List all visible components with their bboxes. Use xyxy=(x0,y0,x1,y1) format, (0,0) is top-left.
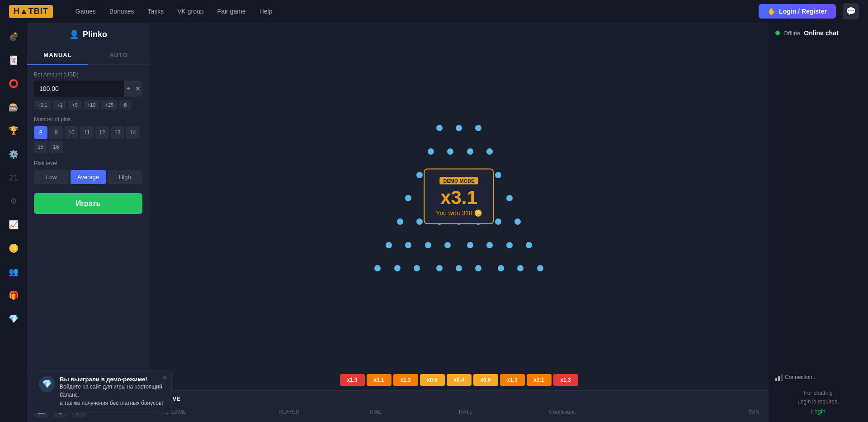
main-container: 💣 🃏 ⭕ 🎰 🏆 ⚙️ 21 ⚙ 📈 🪙 👥 🎁 💎 👤 Plinko MAN… xyxy=(0,23,868,422)
login-register-button[interactable]: 🖐️ Login / Register xyxy=(759,4,836,19)
tab-manual[interactable]: MANUAL xyxy=(27,46,88,65)
demo-multiplier: x3.1 xyxy=(436,188,481,207)
tab-container: MANUAL AUTO xyxy=(27,46,149,65)
quick-btn-10[interactable]: +10 xyxy=(84,100,99,109)
pin-9[interactable]: 9 xyxy=(49,126,63,139)
chat-button[interactable]: 💬 xyxy=(843,3,859,19)
risk-btns: Low Average High xyxy=(34,170,142,184)
sidebar-icon-group[interactable]: 👥 xyxy=(6,265,21,279)
sidebar-icon-coin[interactable]: 🪙 xyxy=(6,241,21,256)
sidebar-icon-trophy[interactable]: 🏆 xyxy=(6,123,21,138)
chat-bubble-icon: 💬 xyxy=(846,6,856,16)
quick-btn-25[interactable]: +25 xyxy=(101,100,117,109)
quick-btns: +0.1 +1 +5 +10 +25 🗑 xyxy=(34,100,142,109)
connection-bars-icon xyxy=(775,374,783,381)
mult-box-2: x1.3 xyxy=(393,374,418,386)
connection-text: Connection... xyxy=(785,374,817,380)
mult-box-8: x1.3 xyxy=(553,374,578,386)
risk-high[interactable]: High xyxy=(108,170,142,184)
chat-login-hint: For chatting xyxy=(775,390,861,396)
sidebar-icon-gift[interactable]: 🎁 xyxy=(6,288,21,303)
col-rate-header: RATE xyxy=(459,409,549,415)
play-button[interactable]: Играть xyxy=(34,193,142,214)
toast-content: Вы выиграли в демо-режиме! Войдите на са… xyxy=(60,376,165,407)
toast-close-button[interactable]: ✕ xyxy=(162,374,168,381)
sidebar-icon-slots[interactable]: 🎰 xyxy=(6,100,21,114)
mult-box-7: x3.1 xyxy=(527,374,552,386)
sidebar-icon-chart[interactable]: 📈 xyxy=(6,218,21,232)
pin-16[interactable]: 16 xyxy=(49,141,63,153)
game-title: 👤 Plinko xyxy=(27,23,149,46)
risk-label: Risk level xyxy=(34,160,142,166)
risk-low[interactable]: Low xyxy=(34,170,69,184)
chat-header: Offline Online chat xyxy=(775,29,861,37)
online-dot xyxy=(775,31,780,35)
nav-right: 🖐️ Login / Register 💬 xyxy=(759,3,859,19)
pin-15[interactable]: 15 xyxy=(34,141,47,153)
live-header: LIVE xyxy=(158,395,760,402)
quick-btn-01[interactable]: +0.1 xyxy=(34,100,51,109)
mult-box-5: x0.6 xyxy=(473,374,498,386)
toast-title: Вы выиграли в демо-режиме! xyxy=(60,376,165,383)
game-area: DEMO MODE x3.1 You won 310 🪙 xyxy=(149,23,769,422)
sidebar-icon-21[interactable]: 21 xyxy=(6,171,21,185)
offline-label: Offline xyxy=(783,30,800,37)
col-time-header: TIME xyxy=(369,409,459,415)
col-coeff-header: Coefficient. xyxy=(549,409,670,415)
chat-login-required: Login is required. xyxy=(775,398,861,405)
clear-btn[interactable]: 🗑 xyxy=(119,100,132,109)
live-section: LIVE THE GAME PLAYER TIME RATE Coefficie… xyxy=(149,390,769,422)
nav-tasks[interactable]: Tasks xyxy=(147,8,164,15)
login-icon: 🖐️ xyxy=(768,8,775,15)
col-win-header: WIN xyxy=(670,409,760,415)
pins-label: Number of pins xyxy=(34,116,142,123)
chat-title: Online chat xyxy=(804,29,838,37)
nav-games[interactable]: Games xyxy=(75,8,96,15)
pin-10[interactable]: 10 xyxy=(65,126,78,139)
pin-11[interactable]: 11 xyxy=(80,126,94,139)
quick-btn-5[interactable]: +5 xyxy=(68,100,81,109)
connection-status: Connection... xyxy=(775,374,861,381)
toast-body-1: Войдите на сайт для игры на настоящий ба… xyxy=(60,384,162,398)
sidebar-icon-circle[interactable]: ⭕ xyxy=(6,76,21,91)
panel-body: Bet Amount (USD) ÷ ✕ +0.1 +1 +5 +10 +25 … xyxy=(27,65,149,398)
plinko-canvas: DEMO MODE x3.1 You won 310 🪙 xyxy=(319,90,599,303)
toast-body-2: а так же получения бесплатных бонусов! xyxy=(60,400,163,406)
game-panel: 👤 Plinko MANUAL AUTO Bet Amount (USD) ÷ … xyxy=(27,23,149,422)
nav-fairgame[interactable]: Fair game xyxy=(217,8,246,15)
sidebar-icon-settings[interactable]: ⚙️ xyxy=(6,147,21,161)
mult-box-3: x0.6 xyxy=(420,374,445,386)
quick-btn-1[interactable]: +1 xyxy=(53,100,66,109)
pin-13[interactable]: 13 xyxy=(111,126,124,139)
mult-box-4: x0.4 xyxy=(447,374,472,386)
pin-12[interactable]: 12 xyxy=(95,126,109,139)
right-panel: Offline Online chat Connection... For ch… xyxy=(769,23,868,422)
sidebar-icon-bomb[interactable]: 💣 xyxy=(6,29,21,44)
bet-input[interactable] xyxy=(34,81,124,97)
plinko-board: DEMO MODE x3.1 You won 310 🪙 xyxy=(149,23,769,370)
tab-auto[interactable]: AUTO xyxy=(88,46,149,64)
pin-8[interactable]: 8 xyxy=(34,126,47,139)
nav-bonuses[interactable]: Bonuses xyxy=(109,8,134,15)
demo-won: You won 310 🪙 xyxy=(436,209,481,216)
mult-box-1: x3.1 xyxy=(367,374,392,386)
sidebar-icon-gem[interactable]: 💎 xyxy=(6,312,21,326)
logo: H▲TBIT xyxy=(9,5,53,18)
risk-average[interactable]: Average xyxy=(71,170,105,184)
top-nav: H▲TBIT Games Bonuses Tasks VK group Fair… xyxy=(0,0,868,23)
col-player-header: PLAYER xyxy=(278,409,369,415)
pins-grid: 8 9 10 11 12 13 14 15 16 xyxy=(34,126,142,153)
chat-login-section: For chatting Login is required. Login xyxy=(775,381,861,415)
chat-login-link[interactable]: Login xyxy=(811,408,826,415)
divide-btn[interactable]: ÷ xyxy=(124,81,133,97)
plinko-icon: 👤 xyxy=(69,29,79,39)
sidebar: 💣 🃏 ⭕ 🎰 🏆 ⚙️ 21 ⚙ 📈 🪙 👥 🎁 💎 xyxy=(0,23,27,422)
multiply-btn[interactable]: ✕ xyxy=(133,81,143,97)
col-game-header: THE GAME xyxy=(158,409,278,415)
sidebar-icon-gear[interactable]: ⚙ xyxy=(6,194,21,209)
nav-vkgroup[interactable]: VK group xyxy=(177,8,203,15)
toast-icon: 💎 xyxy=(39,376,55,392)
nav-help[interactable]: Help xyxy=(259,8,273,15)
sidebar-icon-cards[interactable]: 🃏 xyxy=(6,53,21,67)
pin-14[interactable]: 14 xyxy=(126,126,140,139)
